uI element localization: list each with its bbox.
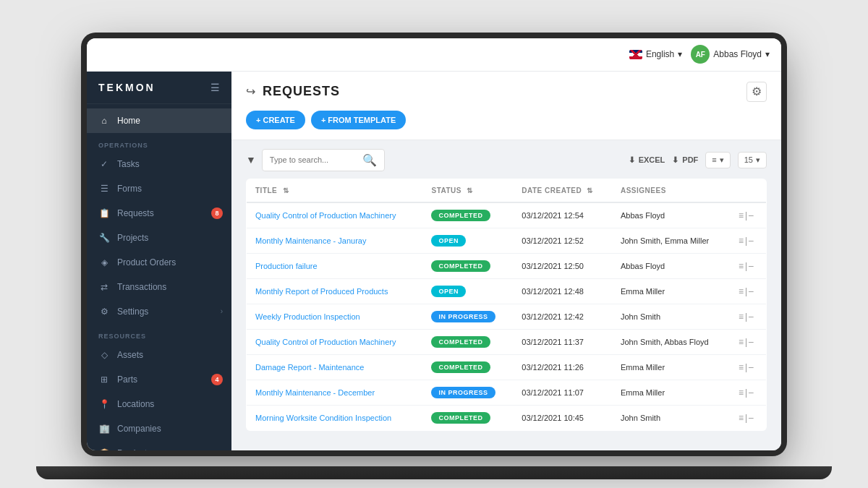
menu-icon[interactable]: ☰	[210, 82, 220, 93]
table-row: Production failure COMPLETED 03/12/2021 …	[247, 254, 767, 279]
row-date: 03/12/2021 12:54	[513, 202, 612, 228]
table-header-row: TITLE ⇅ STATUS ⇅ DATE CREATED ⇅ ASSIGNEE…	[247, 179, 767, 202]
row-date: 03/12/2021 12:50	[513, 254, 612, 279]
search-input[interactable]	[270, 155, 358, 164]
table-row: Quality Control of Production Machinery …	[247, 202, 767, 228]
sidebar-item-assets[interactable]: ◇ Assets	[87, 343, 231, 367]
projects-icon: 🔧	[98, 232, 110, 244]
sidebar-item-assets-label: Assets	[117, 350, 143, 360]
sort-title-icon: ⇅	[283, 187, 289, 194]
per-page-selector[interactable]: 15 ▾	[738, 152, 767, 168]
sidebar-item-companies[interactable]: 🏢 Companies	[87, 416, 231, 441]
row-date: 03/12/2021 11:26	[513, 355, 612, 380]
row-action-menu[interactable]: ≡|–	[739, 210, 757, 221]
row-status: COMPLETED	[422, 406, 513, 431]
companies-icon: 🏢	[98, 423, 110, 435]
sidebar-item-settings-label: Settings	[117, 307, 148, 317]
row-status: IN PROGRESS	[422, 380, 513, 406]
view-list-icon: ≡	[712, 155, 716, 164]
sidebar-item-locations[interactable]: 📍 Locations	[87, 392, 231, 416]
row-action-divider: |	[745, 362, 747, 372]
table-area: ▼ 🔍 ⬇ EXCEL ⬇	[231, 140, 781, 450]
user-menu[interactable]: AF Abbas Floyd ▾	[691, 45, 770, 64]
view-chevron-icon: ▾	[720, 155, 724, 165]
laptop-base	[36, 466, 832, 479]
sidebar-item-settings[interactable]: ⚙ Settings ›	[87, 299, 231, 324]
row-action-divider: |	[745, 261, 747, 271]
row-title: Monthly Maintenance - Januray	[247, 228, 423, 254]
status-badge: OPEN	[431, 286, 466, 297]
requests-badge: 8	[211, 207, 223, 219]
language-selector[interactable]: English ▾	[629, 49, 682, 59]
settings-chevron-icon: ›	[221, 307, 223, 315]
row-action-menu[interactable]: ≡|–	[739, 337, 757, 347]
row-action-menu[interactable]: ≡|–	[739, 362, 757, 372]
row-status: OPEN	[422, 279, 513, 304]
row-action-divider: |	[745, 286, 747, 296]
col-title[interactable]: TITLE ⇅	[247, 179, 423, 202]
row-title-link[interactable]: Monthly Maintenance - December	[255, 388, 375, 397]
table-row: Monthly Maintenance - Januray OPEN 03/12…	[247, 228, 767, 254]
tasks-icon: ✓	[98, 158, 110, 170]
sidebar-item-transactions[interactable]: ⇄ Transactions	[87, 275, 231, 299]
row-title: Morning Worksite Condition Inspection	[247, 406, 423, 431]
row-title-link[interactable]: Weekly Production Inspection	[255, 312, 360, 321]
col-date-created[interactable]: DATE CREATED ⇅	[513, 179, 612, 202]
row-status: COMPLETED	[422, 202, 513, 228]
view-selector[interactable]: ≡ ▾	[705, 152, 730, 168]
search-icon: 🔍	[362, 153, 377, 167]
table-row: Monthly Report of Produced Products OPEN…	[247, 279, 767, 304]
toolbar-right: ⬇ EXCEL ⬇ PDF ≡ ▾	[629, 152, 767, 168]
row-action-menu[interactable]: ≡|–	[739, 312, 757, 322]
search-box[interactable]: 🔍	[262, 149, 385, 171]
sidebar-item-product-orders[interactable]: ◈ Product Orders	[87, 250, 231, 275]
avatar-initials: AF	[696, 51, 705, 59]
status-badge: IN PROGRESS	[431, 311, 495, 322]
row-title-link[interactable]: Damage Report - Maintenance	[255, 363, 364, 372]
row-action-menu[interactable]: ≡|–	[739, 413, 757, 423]
row-title-link[interactable]: Morning Worksite Condition Inspection	[255, 414, 391, 422]
sidebar-item-tasks[interactable]: ✓ Tasks	[87, 152, 231, 176]
row-action-menu[interactable]: ≡|–	[739, 286, 757, 296]
sidebar: TEKMON ☰ ⌂ Home OPERATIONS ✓ Tasks ☰	[87, 72, 231, 450]
export-pdf-button[interactable]: ⬇ PDF	[672, 155, 698, 165]
row-title-link[interactable]: Quality Control of Production Machinery	[255, 338, 396, 346]
row-date: 03/12/2021 11:37	[513, 330, 612, 355]
row-action-menu[interactable]: ≡|–	[739, 261, 757, 271]
table-row: Weekly Production Inspection IN PROGRESS…	[247, 304, 767, 330]
row-title-link[interactable]: Monthly Report of Produced Products	[255, 287, 388, 296]
row-assignees: John Smith	[612, 406, 730, 431]
row-actions-cell: ≡|–	[730, 330, 767, 355]
settings-button[interactable]: ⚙	[746, 82, 767, 102]
home-icon: ⌂	[98, 115, 110, 127]
row-action-menu[interactable]: ≡|–	[739, 388, 757, 398]
row-action-menu[interactable]: ≡|–	[739, 236, 757, 246]
sidebar-item-requests[interactable]: 📋 Requests 8	[87, 201, 231, 226]
row-title-link[interactable]: Production failure	[255, 262, 318, 270]
lang-chevron-icon: ▾	[678, 49, 682, 59]
sidebar-item-projects[interactable]: 🔧 Projects	[87, 226, 231, 250]
forms-icon: ☰	[98, 183, 110, 194]
sidebar-item-parts[interactable]: ⊞ Parts 4	[87, 367, 231, 392]
create-button[interactable]: + CREATE	[246, 111, 305, 129]
page-title-text: REQUESTS	[263, 84, 340, 99]
from-template-button[interactable]: + FROM TEMPLATE	[311, 111, 406, 129]
row-title: Production failure	[247, 254, 423, 279]
sidebar-item-requests-label: Requests	[117, 208, 154, 218]
sidebar-item-products[interactable]: 📦 Products	[87, 441, 231, 450]
row-assignees: John Smith, Emma Miller	[612, 228, 730, 254]
sidebar-item-home-label: Home	[117, 116, 140, 126]
export-excel-button[interactable]: ⬇ EXCEL	[629, 155, 665, 165]
col-status[interactable]: STATUS ⇅	[422, 179, 513, 202]
filter-icon[interactable]: ▼	[246, 154, 256, 166]
row-action-divider: |	[745, 337, 747, 347]
row-assignees: John Smith	[612, 304, 730, 330]
row-title-link[interactable]: Quality Control of Production Machinery	[255, 211, 396, 220]
row-title-link[interactable]: Monthly Maintenance - Januray	[255, 236, 366, 245]
sidebar-item-forms[interactable]: ☰ Forms	[87, 176, 231, 201]
pdf-label: PDF	[682, 155, 698, 164]
row-action-divider: |	[745, 413, 747, 423]
products-icon: 📦	[98, 448, 110, 450]
sidebar-item-transactions-label: Transactions	[117, 282, 166, 292]
sidebar-item-home[interactable]: ⌂ Home	[87, 108, 231, 133]
